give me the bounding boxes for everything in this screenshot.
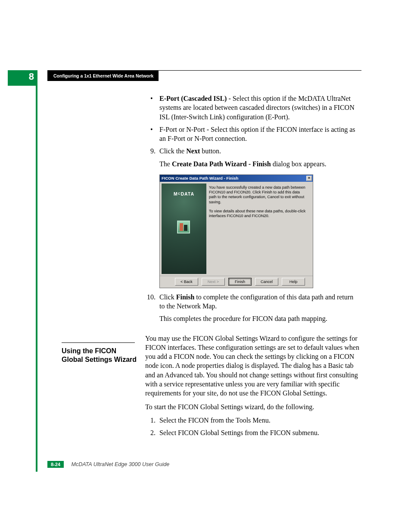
finish-button[interactable]: Finish [228,278,252,286]
dialog-message-1: You have successfully created a new data… [209,185,308,205]
section-step-1-num: 1. [145,416,156,425]
page-footer: 8-24 McDATA UltraNet Edge 3000 User Guid… [47,461,361,471]
step-9: 9. Click the Next button. [145,146,359,156]
help-button[interactable]: Help [282,278,305,286]
back-button[interactable]: < Back [175,278,198,286]
dialog-title-text: FICON Create Data Path Wizard - Finish [162,176,238,181]
device-icon [177,221,190,233]
doc-title: McDATA UltraNet Edge 3000 User Guide [72,461,170,467]
dialog-message-2: To view details about these new data pat… [209,209,308,219]
page-number: 8-24 [47,461,64,468]
step-9-follow-bold: Create Data Path Wizard - Finish [172,160,271,168]
section-step-2-text: Select FICON Global Settings from the FI… [159,429,319,436]
completion-line: This completes the procedure for FICON d… [145,314,359,323]
bullet-e-port: E-Port (Cascaded ISL) - Select this opti… [145,94,359,121]
step-9-follow-post: dialog box appears. [271,160,327,168]
mcdata-logo: MCDATA [162,191,206,197]
dialog-button-row: < Back Next > Finish Cancel Help [160,276,313,288]
side-green-bar [36,70,37,472]
section-step-1: 1. Select the FICON from the Tools Menu. [145,416,359,425]
section-step-2-num: 2. [145,428,156,437]
section-para-1: You may use the FICON Global Settings Wi… [145,334,359,398]
dialog-body: MCDATA You have successfully created a n… [160,182,313,276]
section-step-2: 2. Select FICON Global Settings from the… [145,428,359,437]
step-9-follow-pre: The [159,160,172,168]
step-9-follow: The Create Data Path Wizard - Finish dia… [145,159,359,168]
dialog-message-area: You have successfully created a new data… [206,184,311,274]
close-icon[interactable]: × [306,176,312,181]
cancel-button[interactable]: Cancel [255,278,278,286]
dialog-side-panel: MCDATA [162,184,206,274]
next-button[interactable]: Next > [202,278,225,286]
step-10-bold: Finish [176,293,195,301]
content-column: E-Port (Cascaded ISL) - Select this opti… [145,94,359,441]
bullet-f-port: F-Port or N-Port - Select this option if… [145,125,359,143]
section-heading-rule [62,342,135,343]
section-para-2: To start the FICON Global Settings wizar… [145,402,359,411]
step-9-pre: Click the [159,147,186,155]
bullet-f-port-text: F-Port or N-Port - Select this option if… [159,126,355,142]
step-9-bold: Next [186,147,200,155]
chapter-header: Configuring a 1x1 Ethernet Wide Area Net… [47,71,159,81]
step-9-post: button. [200,147,221,155]
bullet-e-port-bold: E-Port (Cascaded ISL) [159,95,227,102]
dialog-title-bar: FICON Create Data Path Wizard - Finish × [160,175,313,182]
logo-rest: DATA [181,191,194,196]
page: Configuring a 1x1 Ethernet Wide Area Net… [0,0,411,532]
step-9-number: 9. [145,146,156,156]
step-10-pre: Click [159,293,176,301]
step-10-number: 10. [145,292,156,302]
section-step-1-text: Select the FICON from the Tools Menu. [159,417,271,424]
chapter-number-badge: 8 [8,70,37,86]
wizard-dialog: FICON Create Data Path Wizard - Finish ×… [159,174,313,288]
step-10: 10. Click Finish to complete the configu… [145,292,359,311]
section-heading: Using the FICON Global Settings Wizard [62,347,139,364]
